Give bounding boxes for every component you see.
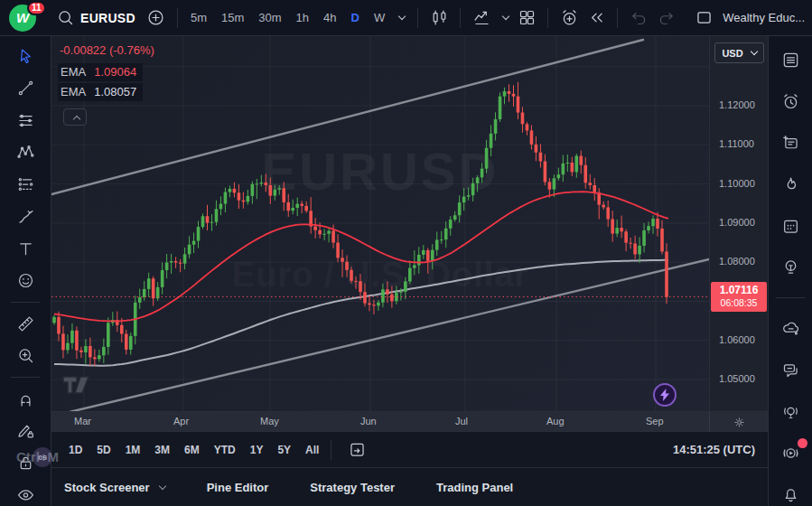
interval-D[interactable]: D bbox=[346, 8, 365, 27]
account-name[interactable]: Wealthy Educ... bbox=[723, 11, 805, 24]
tool-brush[interactable] bbox=[10, 206, 41, 229]
range-5d[interactable]: 5D bbox=[92, 440, 115, 460]
tool-cursor[interactable] bbox=[10, 45, 41, 68]
tool-measure[interactable] bbox=[10, 313, 41, 335]
indicators-button[interactable] bbox=[468, 5, 495, 32]
tab-trading-panel[interactable]: Trading Panel bbox=[436, 481, 513, 494]
divider bbox=[547, 8, 548, 28]
app-logo[interactable]: W 11 bbox=[7, 3, 47, 33]
tool-xabcd-pattern[interactable] bbox=[10, 142, 41, 164]
interval-W[interactable]: W bbox=[369, 8, 390, 27]
chat-bubbles-icon bbox=[781, 361, 800, 380]
brush-icon bbox=[16, 207, 35, 226]
range-6m[interactable]: 6M bbox=[180, 440, 204, 460]
currency-dropdown[interactable]: USD bbox=[714, 42, 764, 63]
compare-add-symbol-button[interactable] bbox=[143, 5, 170, 32]
interval-30m[interactable]: 30m bbox=[253, 8, 286, 27]
divider bbox=[331, 440, 331, 460]
tool-zoom-in[interactable] bbox=[10, 345, 41, 368]
price-scale[interactable]: USD 1.120001.110001.100001.090001.080001… bbox=[709, 36, 768, 431]
tool-hide-all[interactable] bbox=[10, 484, 41, 506]
save-layout-frame-icon[interactable] bbox=[695, 8, 714, 27]
watchlist-button[interactable] bbox=[777, 49, 804, 71]
range-1d[interactable]: 1D bbox=[64, 440, 87, 460]
chevron-down-icon bbox=[501, 13, 509, 20]
indicator-row-ema2[interactable]: EMA 1.08057 bbox=[58, 83, 143, 101]
interval-menu-button[interactable] bbox=[390, 5, 410, 32]
ruler-icon bbox=[16, 314, 35, 333]
pencil-lock-icon bbox=[16, 421, 35, 440]
cursor-icon bbox=[16, 47, 35, 66]
grid-layout-icon bbox=[518, 8, 537, 27]
tool-forecast[interactable] bbox=[10, 173, 41, 196]
tool-fib-retracement[interactable] bbox=[10, 109, 41, 132]
price-tick-1.12000: 1.12000 bbox=[719, 99, 755, 110]
ema2-label: EMA bbox=[61, 85, 86, 98]
magnet-icon bbox=[16, 389, 35, 408]
tool-magnet[interactable] bbox=[10, 388, 41, 410]
tool-text[interactable] bbox=[10, 238, 41, 260]
range-5y[interactable]: 5Y bbox=[273, 440, 295, 460]
tool-drawing-mode[interactable] bbox=[10, 420, 41, 443]
trend-line-icon bbox=[16, 79, 35, 98]
price-tick-1.11000: 1.11000 bbox=[719, 138, 754, 149]
chat-button[interactable] bbox=[777, 359, 804, 381]
current-price-badge: 1.07116 06:08:35 bbox=[711, 282, 767, 311]
streams-button[interactable] bbox=[777, 442, 804, 464]
divider bbox=[11, 302, 40, 303]
fib-lines-icon bbox=[16, 111, 35, 130]
chevron-up-icon bbox=[72, 115, 79, 122]
range-1y[interactable]: 1Y bbox=[246, 440, 268, 460]
bar-replay-button[interactable] bbox=[583, 5, 610, 32]
flash-boost-badge[interactable] bbox=[653, 383, 677, 407]
calendar-button[interactable] bbox=[777, 215, 804, 238]
right-sidebar bbox=[768, 36, 812, 506]
divider bbox=[776, 297, 805, 298]
axis-settings-corner[interactable] bbox=[709, 412, 768, 432]
range-3m[interactable]: 3M bbox=[150, 440, 174, 460]
interval-15m[interactable]: 15m bbox=[216, 8, 249, 27]
interval-5m[interactable]: 5m bbox=[185, 8, 212, 27]
price-pane[interactable]: EURUSD Euro / U.S. Dollar -0.00822 (-0.7… bbox=[51, 36, 709, 411]
live-ideas-button[interactable] bbox=[777, 400, 804, 423]
notes-button[interactable] bbox=[777, 132, 804, 155]
alerts-button[interactable] bbox=[777, 90, 804, 113]
tradingview-logo[interactable] bbox=[62, 374, 95, 399]
range-1m[interactable]: 1M bbox=[121, 440, 145, 460]
account-area: Wealthy Educ... bbox=[695, 8, 805, 27]
server-clock[interactable]: 14:51:25 (UTC) bbox=[673, 443, 755, 456]
notifications-button[interactable] bbox=[777, 483, 804, 506]
tv-logo-glyph bbox=[62, 374, 95, 396]
range-ytd[interactable]: YTD bbox=[210, 440, 240, 460]
currency-label: USD bbox=[722, 48, 742, 59]
tab-pine-editor[interactable]: Pine Editor bbox=[207, 481, 269, 494]
interval-4h[interactable]: 4h bbox=[318, 8, 341, 27]
tool-lock-all[interactable] bbox=[10, 452, 41, 474]
redo-button[interactable] bbox=[652, 5, 679, 32]
search-icon bbox=[56, 8, 75, 27]
tool-trend-line[interactable] bbox=[10, 78, 41, 100]
month-label-jul: Jul bbox=[455, 416, 468, 426]
create-alert-button[interactable] bbox=[555, 5, 583, 32]
go-to-date-button[interactable] bbox=[348, 440, 367, 459]
range-all[interactable]: All bbox=[301, 440, 323, 460]
minds-button[interactable] bbox=[777, 317, 804, 340]
time-axis[interactable]: MarAprMayJunJulAugSep bbox=[51, 411, 768, 431]
layout-grid-button[interactable] bbox=[513, 5, 540, 32]
collapse-legend-button[interactable] bbox=[63, 108, 87, 126]
bottom-panel-tabs: Stock ScreenerPine EditorStrategy Tester… bbox=[51, 467, 768, 506]
ideas-button[interactable] bbox=[777, 257, 804, 279]
tab-strategy-tester[interactable]: Strategy Tester bbox=[310, 481, 395, 494]
bar-countdown: 06:08:35 bbox=[711, 297, 767, 309]
lightbulb-icon bbox=[781, 258, 800, 276]
hotlists-button[interactable] bbox=[777, 173, 804, 196]
indicators-menu-button[interactable] bbox=[495, 5, 513, 32]
interval-1h[interactable]: 1h bbox=[291, 8, 314, 27]
chart-style-button[interactable] bbox=[425, 5, 453, 32]
symbol-search[interactable]: EURUSD bbox=[56, 8, 135, 27]
tool-emoji[interactable] bbox=[10, 270, 41, 293]
indicator-row-ema1[interactable]: EMA 1.09064 bbox=[58, 63, 143, 81]
chevron-down-icon bbox=[158, 482, 165, 489]
tab-stock-screener[interactable]: Stock Screener bbox=[64, 481, 165, 494]
undo-button[interactable] bbox=[625, 5, 652, 32]
